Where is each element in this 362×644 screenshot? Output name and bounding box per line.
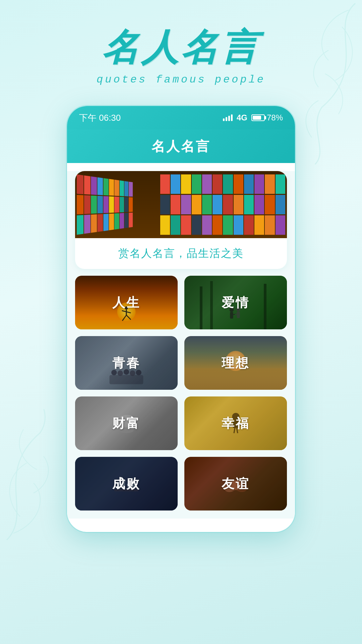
category-lixiang[interactable]: 理想 xyxy=(184,336,287,390)
banner-subtitle: 赏名人名言，品生活之美 xyxy=(75,238,287,269)
category-label-caifu: 财富 xyxy=(112,415,140,432)
banner-card[interactable]: 赏名人名言，品生活之美 xyxy=(75,171,287,269)
category-label-xingfu: 幸福 xyxy=(222,415,250,432)
app-header: 名人名言 xyxy=(67,129,295,163)
category-label-rensheng: 人生 xyxy=(112,294,140,311)
signal-icon xyxy=(223,114,233,121)
category-chengbai[interactable]: 成败 xyxy=(75,457,178,511)
network-type: 4G xyxy=(237,113,247,122)
banner-image xyxy=(75,171,287,238)
category-caifu[interactable]: 财富 xyxy=(75,396,178,450)
status-bar: 下午 06:30 4G 78% xyxy=(67,106,295,129)
battery-icon: 78% xyxy=(251,113,283,122)
category-xingfu[interactable]: 幸福 xyxy=(184,396,287,450)
category-youyi[interactable]: 友谊 xyxy=(184,457,287,511)
category-qingchun[interactable]: 青春 xyxy=(75,336,178,390)
category-rensheng[interactable]: 人生 xyxy=(75,276,178,329)
status-time: 下午 06:30 xyxy=(79,112,121,124)
categories-grid: 人生 xyxy=(75,276,287,511)
category-aiqing[interactable]: 爱情 xyxy=(184,276,287,329)
category-label-lixiang: 理想 xyxy=(222,355,250,372)
main-title: 名人名言 xyxy=(0,27,362,67)
category-label-qingchun: 青春 xyxy=(112,355,140,372)
status-icons: 4G 78% xyxy=(223,113,283,122)
phone-mockup: 下午 06:30 4G 78% 名人名言 xyxy=(67,106,295,532)
category-label-aiqing: 爱情 xyxy=(222,294,250,311)
battery-percentage: 78% xyxy=(267,113,283,122)
sub-title: quotes famous people xyxy=(0,73,362,86)
category-label-chengbai: 成败 xyxy=(112,475,140,492)
app-header-title: 名人名言 xyxy=(152,137,210,156)
header-area: 名人名言 quotes famous people xyxy=(0,0,362,86)
category-label-youyi: 友谊 xyxy=(222,475,250,492)
content-area: 赏名人名言，品生活之美 xyxy=(67,171,295,519)
